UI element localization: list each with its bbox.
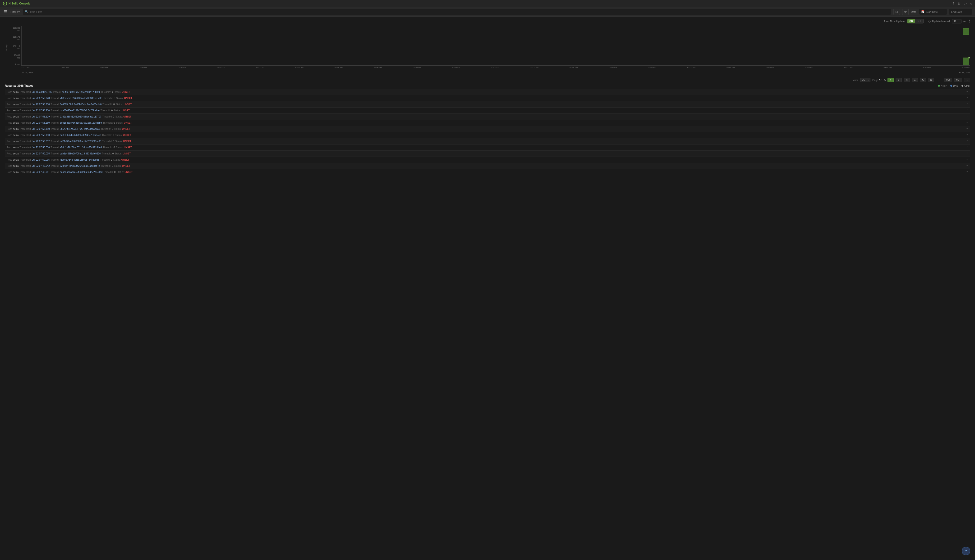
expand-icon[interactable]: ⌃ [966, 152, 968, 155]
interval-unit: sec [963, 20, 967, 23]
page-btn-155[interactable]: 155 [954, 78, 962, 82]
page-btn-4[interactable]: 4 [912, 78, 918, 82]
trace-row[interactable]: Root: aeiza Trace start: Jul 22 07:50.03… [5, 151, 970, 157]
x-tick-5: 04:00 AM [217, 67, 225, 69]
trace-threadid: ThreadId: 0 [102, 140, 114, 143]
user-icon[interactable]: ○ [970, 2, 972, 5]
interval-down-arrow[interactable]: ▼ [968, 21, 970, 23]
page-btn-5[interactable]: 5 [920, 78, 926, 82]
trace-status: Status: UNSET [116, 122, 132, 124]
trace-content: Root: aeiza Trace start: Jul 22 07:58.23… [7, 103, 965, 106]
trace-date: Trace start: Jul 22 07:53.150 [20, 128, 50, 130]
interval-up-arrow[interactable]: ▲ [968, 19, 970, 21]
view-select[interactable]: 10 25 50 100 [860, 78, 870, 82]
expand-icon[interactable]: ⌃ [966, 140, 968, 143]
trace-row[interactable]: Root: aeiza Trace start: Jul 22 07:53.15… [5, 126, 970, 132]
trace-row[interactable]: Root: aeiza Trace start: Jul 22 07:50.31… [5, 138, 970, 145]
trace-traceid: TraceId: 2352ad39312562b674d8facae111770… [51, 115, 102, 118]
trace-traceid: TraceId: a59d1b7623bac371b34c4a55491264e… [51, 146, 102, 149]
legend-other-label: Other [964, 85, 970, 87]
x-tick-18: 05:00 PM [726, 67, 734, 69]
trace-row[interactable]: Root: aeiza Trace start: Jul 22 07:50.03… [5, 157, 970, 163]
start-date-input[interactable] [926, 10, 945, 13]
page-btn-2[interactable]: 2 [896, 78, 902, 82]
trace-status: Status: UNSET [116, 103, 132, 106]
interval-input[interactable] [952, 19, 962, 23]
interval-arrows: ▲ ▼ [968, 19, 970, 23]
realtime-toggle[interactable]: ON OFF [907, 19, 923, 23]
legend-dns: DNS [950, 85, 958, 87]
x-axis: 11:00 PM 12:00 AM 01:00 AM 02:00 AM 03:0… [21, 66, 970, 71]
page-btn-3[interactable]: 3 [904, 78, 910, 82]
trace-threadid: ThreadId: 0 [101, 91, 113, 93]
interval-radio[interactable] [928, 20, 931, 23]
realtime-section: Real Time Update: ON OFF [884, 19, 923, 23]
chart-date-right: Jul 16, 2024 [958, 71, 970, 74]
trace-row[interactable]: Root: aeiza Trace start: Jul 22 07:53.15… [5, 132, 970, 138]
trace-list: Root: aeiza Trace start: Jul 16 23:07:0.… [5, 89, 970, 175]
network-icon[interactable]: ⇄ [964, 2, 967, 5]
expand-icon[interactable]: ⌃ [966, 90, 968, 94]
page-btn-154[interactable]: 154 [944, 78, 952, 82]
page-btn-6[interactable]: 6 [928, 78, 934, 82]
trace-traceid: TraceId: 783bd59d1356a2392adaddd3867e349… [51, 97, 102, 100]
trace-row[interactable]: Root: aeiza Trace start: Jul 22 07:58.23… [5, 102, 970, 108]
save-filter-button[interactable]: ⊡ [893, 9, 900, 15]
trace-content: Root: aeiza Trace start: Jul 22 07:50.03… [7, 146, 965, 149]
trace-date: Trace start: Jul 22 07:53.150 [20, 122, 50, 124]
page-next-button[interactable]: › [964, 78, 970, 82]
legend-http-label: HTTP [941, 85, 947, 87]
trace-content: Root: aeiza Trace start: Jul 22 07:53.15… [7, 128, 965, 130]
x-tick-24: 11:00 PM [962, 67, 970, 69]
expand-icon[interactable]: ⌃ [966, 170, 968, 174]
trace-threadid: ThreadId: 0 [100, 109, 113, 112]
expand-icon[interactable]: ⌃ [966, 127, 968, 131]
trace-root: Root: aeiza [7, 171, 19, 173]
help-icon[interactable]: ? [952, 2, 954, 5]
trace-row[interactable]: Root: aeiza Trace start: Jul 22 07:58.22… [5, 114, 970, 120]
x-tick-3: 02:00 AM [139, 67, 147, 69]
trace-content: Root: aeiza Trace start: Jul 22 07:58.23… [7, 109, 965, 112]
trace-content: Root: aeiza Trace start: Jul 22 07:58.22… [7, 115, 965, 118]
trace-row[interactable]: Root: aeiza Trace start: Jul 22 07:49.94… [5, 163, 970, 169]
date-end-container [949, 9, 972, 15]
titlebar-actions: ? ⚙ ⇄ ○ [952, 2, 972, 5]
x-tick-15: 02:00 PM [609, 67, 617, 69]
x-tick-11: 10:00 AM [452, 67, 460, 69]
expand-icon[interactable]: ⌃ [966, 97, 968, 100]
legend-row: HTTP DNS Other [938, 85, 970, 87]
date-section: Date: 📅 [911, 9, 972, 15]
trace-traceid: TraceId: daaaaaadaaca52f930a0a3ede72d341… [51, 171, 103, 173]
trace-status: Status: UNSET [114, 128, 130, 130]
expand-icon[interactable]: ⌃ [966, 115, 968, 118]
chart-area: Latency 300238ms 225178ms 150119ms 75059… [0, 26, 975, 74]
expand-icon[interactable]: ⌃ [966, 133, 968, 137]
trace-traceid: TraceId: 35547ff812d336879c74dfb33beae1a… [51, 128, 100, 130]
expand-icon[interactable]: ⌃ [966, 109, 968, 112]
expand-icon[interactable]: ⌃ [966, 121, 968, 125]
x-tick-13: 12:00 PM [530, 67, 539, 69]
trace-root: Root: aeiza [7, 158, 19, 161]
x-tick-4: 03:00 AM [178, 67, 186, 69]
expand-icon[interactable]: ⌃ [966, 146, 968, 149]
history-button[interactable]: ⟳ [902, 9, 909, 15]
expand-icon[interactable]: ⌃ [966, 103, 968, 106]
trace-row[interactable]: Root: aeiza Trace start: Jul 22 07:46.94… [5, 169, 970, 175]
end-date-input[interactable] [951, 10, 970, 13]
x-tick-8: 07:00 AM [334, 67, 343, 69]
y-tick-1: 225178ms [13, 36, 20, 41]
trace-row[interactable]: Root: aeiza Trace start: Jul 22 07:59.94… [5, 95, 970, 102]
expand-icon[interactable]: ⌃ [966, 164, 968, 168]
search-input[interactable] [30, 10, 889, 13]
trace-row[interactable]: Root: aeiza Trace start: Jul 22 07:58.23… [5, 108, 970, 114]
page-btn-1[interactable]: 1 [888, 78, 894, 82]
settings-icon[interactable]: ⚙ [958, 2, 961, 5]
trace-row[interactable]: Root: aeiza Trace start: Jul 22 07:50.03… [5, 145, 970, 151]
trace-row[interactable]: Root: aeiza Trace start: Jul 22 07:53.15… [5, 120, 970, 126]
filter-input-container: 🔍 [23, 9, 891, 15]
menu-icon[interactable]: ☰ [3, 8, 8, 15]
expand-icon[interactable]: ⌃ [966, 158, 968, 162]
trace-root: Root: aeiza [7, 122, 19, 124]
trace-root: Root: aeiza [7, 128, 19, 130]
trace-row[interactable]: Root: aeiza Trace start: Jul 16 23:07:0.… [5, 89, 970, 95]
